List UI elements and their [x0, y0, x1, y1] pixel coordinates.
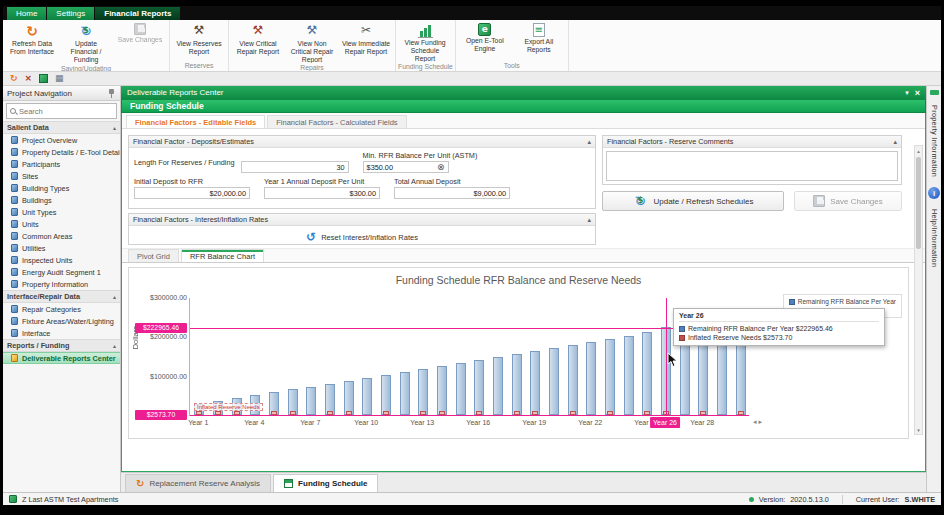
- year1-deposit-label: Year 1 Annual Deposit Per Unit: [264, 177, 380, 186]
- ribbon-tab-bar: Home Settings Financial Reports: [3, 6, 941, 20]
- etool-icon[interactable]: [39, 74, 48, 83]
- chart-bar-year-16[interactable]: [474, 360, 484, 415]
- tab-help-information[interactable]: Help/Information: [930, 209, 939, 267]
- grid-icon[interactable]: [55, 74, 64, 83]
- y-axis-label: $200000.00: [137, 333, 187, 340]
- chart-bar-year-21[interactable]: [568, 345, 578, 415]
- sidebar-item-utilities[interactable]: Utilities: [3, 242, 120, 254]
- chart-bar-year-19[interactable]: [530, 351, 540, 415]
- chart-bar-year-17[interactable]: [493, 357, 503, 415]
- collapse-arrow-icon[interactable]: [587, 215, 591, 224]
- refresh-icon[interactable]: [10, 74, 18, 83]
- length-reserves-input[interactable]: 30: [241, 161, 349, 173]
- view-immediate-repair-report-button[interactable]: View Immediate Repair Report: [339, 21, 393, 63]
- close-icon[interactable]: [915, 88, 920, 98]
- chart-bar-year-14[interactable]: [437, 366, 447, 415]
- view-reserves-report-button[interactable]: View Reserves Report: [172, 21, 226, 61]
- section-reports-funding[interactable]: Reports / Funding: [3, 339, 120, 352]
- open-e-tool-engine-button[interactable]: Open E-Tool Engine: [458, 21, 512, 61]
- comments-panel-header[interactable]: Financial Factors - Reserve Comments: [603, 136, 901, 148]
- sidebar-item-project-overview[interactable]: Project Overview: [3, 134, 120, 146]
- chart-bar-year-24[interactable]: [624, 336, 634, 415]
- chart-bar-year-20[interactable]: [549, 348, 559, 415]
- chart-bar-year-12[interactable]: [400, 372, 410, 415]
- scrollbar-thumb[interactable]: [916, 157, 921, 249]
- tab-rfr-balance-chart[interactable]: RFR Balance Chart: [181, 249, 264, 262]
- reserve-comments-input[interactable]: [606, 151, 898, 181]
- sidebar-item-units[interactable]: Units: [3, 218, 120, 230]
- update-financial-funding-schedules-button[interactable]: Update Financial / Funding Schedules: [59, 21, 113, 64]
- tab-pivot-grid[interactable]: Pivot Grid: [128, 249, 179, 262]
- tab-editable-fields[interactable]: Financial Factors - Editable Fields: [126, 115, 265, 128]
- chart-bar-year-7[interactable]: [306, 387, 316, 416]
- year1-deposit-input[interactable]: $300.00: [264, 187, 380, 199]
- clear-icon[interactable]: [437, 162, 445, 172]
- sidebar-item-fixture-areas-water-lighting[interactable]: Fixture Areas/Water/Lighting: [3, 315, 120, 327]
- sidebar-item-property-information[interactable]: Property Information: [3, 278, 120, 290]
- chart-bar-year-9[interactable]: [344, 381, 354, 415]
- sidebar-item-building-types[interactable]: Building Types: [3, 182, 120, 194]
- sidebar-item-energy-audit-segment-1[interactable]: Energy Audit Segment 1: [3, 266, 120, 278]
- interest-panel-header[interactable]: Financial Factors - Interest/Inflation R…: [129, 214, 595, 226]
- view-funding-schedule-report-button[interactable]: View Funding Schedule Report: [398, 21, 452, 62]
- ribbon-group: Refresh Data From InterfaceUpdate Financ…: [3, 20, 170, 71]
- initial-deposit-input[interactable]: $20,000.00: [134, 187, 250, 199]
- save-changes-button[interactable]: Save Changes: [113, 21, 167, 64]
- total-deposit-input[interactable]: $9,000.00: [394, 187, 510, 199]
- min-rfr-input[interactable]: $350.00: [363, 161, 449, 173]
- update-refresh-button[interactable]: Update / Refresh Schedules: [602, 191, 784, 211]
- scroll-left-icon[interactable]: [753, 418, 757, 426]
- ribbon-tab-home[interactable]: Home: [7, 7, 46, 20]
- sidebar-item-property-details-e-tool-details[interactable]: Property Details / E-Tool Details: [3, 146, 120, 158]
- ribbon-tab-financial-reports[interactable]: Financial Reports: [95, 7, 180, 20]
- initial-deposit-label: Initial Deposit to RFR: [134, 177, 250, 186]
- chart-bar-year-22[interactable]: [586, 342, 596, 415]
- sidebar-item-deliverable-reports-center[interactable]: Deliverable Reports Center: [3, 352, 120, 364]
- chart-bar-year-18[interactable]: [512, 354, 522, 415]
- close-icon[interactable]: [25, 74, 33, 83]
- tab-funding-schedule[interactable]: Funding Schedule: [273, 474, 378, 492]
- chart-bar-year-23[interactable]: [605, 339, 615, 415]
- chart-bar-year-10[interactable]: [362, 378, 372, 415]
- tab-calculated-fields[interactable]: Financial Factors - Calculated Fields: [267, 115, 406, 128]
- search-input[interactable]: [19, 107, 113, 116]
- section-label: Reports / Funding: [7, 341, 69, 350]
- save-changes-button[interactable]: Save Changes: [794, 191, 902, 211]
- collapse-arrow-icon[interactable]: [587, 137, 591, 146]
- chart-bar-year-15[interactable]: [456, 363, 466, 415]
- sidebar-item-buildings[interactable]: Buildings: [3, 194, 120, 206]
- sidebar-item-repair-categories[interactable]: Repair Categories: [3, 303, 120, 315]
- section-interface-repair-data[interactable]: Interface/Repair Data: [3, 290, 120, 303]
- chevron-down-icon[interactable]: [905, 88, 909, 97]
- sidebar-item-sites[interactable]: Sites: [3, 170, 120, 182]
- ribbon-tab-settings[interactable]: Settings: [47, 7, 94, 20]
- collapse-arrow-icon[interactable]: [893, 137, 897, 146]
- chart-bar-year-25[interactable]: [642, 332, 652, 415]
- vertical-scrollbar[interactable]: [914, 145, 923, 435]
- scroll-down-icon[interactable]: [915, 425, 922, 434]
- refresh-data-from-interface-button[interactable]: Refresh Data From Interface: [5, 21, 59, 64]
- ribbon-group-label: Repairs: [231, 63, 393, 72]
- section-salient-data[interactable]: Salient Data: [3, 121, 120, 134]
- view-non-critical-repair-report-button[interactable]: View Non Critical Repair Report: [285, 21, 339, 63]
- reset-interest-button[interactable]: Reset Interest/Inflation Rates: [298, 229, 426, 245]
- chart-bar-year-11[interactable]: [381, 375, 391, 415]
- tab-replacement-reserve-analysis[interactable]: Replacement Reserve Analysis: [125, 474, 271, 492]
- view-critical-repair-report-button[interactable]: View Critical Repair Report: [231, 21, 285, 63]
- scroll-up-icon[interactable]: [915, 146, 922, 155]
- chart-scroll-arrows[interactable]: [753, 418, 762, 426]
- document-tab-title[interactable]: Deliverable Reports Center: [127, 88, 224, 97]
- chart-bar-year-13[interactable]: [418, 369, 428, 415]
- pin-icon[interactable]: [108, 88, 116, 98]
- tab-property-information[interactable]: Property Information: [930, 105, 939, 177]
- export-all-reports-button[interactable]: Export All Reports: [512, 21, 566, 61]
- sidebar-item-inspected-units[interactable]: Inspected Units: [3, 254, 120, 266]
- sidebar-item-interface[interactable]: Interface: [3, 327, 120, 339]
- highlight-balance-label: $222965.46: [135, 323, 187, 333]
- sidebar-item-unit-types[interactable]: Unit Types: [3, 206, 120, 218]
- help-info-icon[interactable]: [928, 187, 940, 199]
- sidebar-item-participants[interactable]: Participants: [3, 158, 120, 170]
- deposits-panel-header[interactable]: Financial Factor - Deposits/Estimates: [129, 136, 595, 148]
- scroll-right-icon[interactable]: [759, 418, 763, 426]
- sidebar-item-common-areas[interactable]: Common Areas: [3, 230, 120, 242]
